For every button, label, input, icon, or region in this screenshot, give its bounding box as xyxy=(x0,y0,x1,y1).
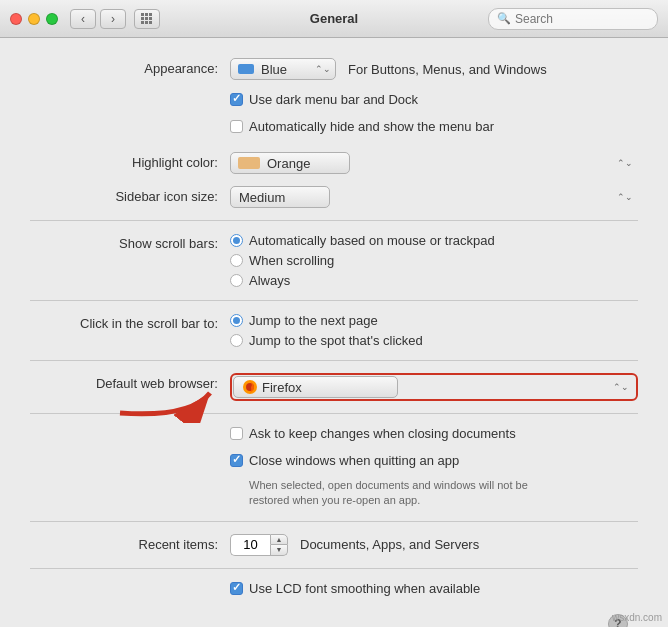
scroll-bars-row: Show scroll bars: Automatically based on… xyxy=(30,233,638,288)
lcd-checkbox-row: Use LCD font smoothing when available xyxy=(230,581,638,596)
browser-select-wrapper[interactable]: Firefox Safari Chrome xyxy=(230,373,638,401)
svg-rect-4 xyxy=(145,17,148,20)
scroll-scrolling-label: When scrolling xyxy=(249,253,334,268)
click-scroll-controls: Jump to the next page Jump to the spot t… xyxy=(230,313,638,348)
scroll-auto-row: Automatically based on mouse or trackpad xyxy=(230,233,638,248)
appearance-control-row: Blue Graphite For Buttons, Menus, and Wi… xyxy=(230,58,638,80)
close-windows-label: Close windows when quitting an app xyxy=(249,453,459,468)
click-next-page-label: Jump to the next page xyxy=(249,313,378,328)
sidebar-icon-select-wrapper[interactable]: Small Medium Large xyxy=(230,186,638,208)
scroll-bars-controls: Automatically based on mouse or trackpad… xyxy=(230,233,638,288)
browser-controls: Firefox Safari Chrome xyxy=(230,373,638,401)
close-windows-checkbox-row: Close windows when quitting an app xyxy=(230,453,638,468)
traffic-lights xyxy=(10,13,58,25)
close-windows-info: When selected, open documents and window… xyxy=(249,478,569,509)
grid-button[interactable] xyxy=(134,9,160,29)
click-next-page-row: Jump to the next page xyxy=(230,313,638,328)
nav-buttons: ‹ › xyxy=(70,9,126,29)
appearance-controls: Blue Graphite For Buttons, Menus, and Wi… xyxy=(230,58,638,80)
main-content: Appearance: Blue Graphite For Buttons, M… xyxy=(0,38,668,627)
stepper-up-button[interactable]: ▲ xyxy=(270,534,288,545)
browser-select[interactable]: Firefox Safari Chrome xyxy=(233,376,398,398)
click-scroll-radio-group: Jump to the next page Jump to the spot t… xyxy=(230,313,638,348)
ask-keep-checkbox[interactable] xyxy=(230,427,243,440)
red-arrow xyxy=(110,363,220,426)
scroll-bars-radio-group: Automatically based on mouse or trackpad… xyxy=(230,233,638,288)
recent-items-label: Recent items: xyxy=(30,534,230,552)
svg-rect-3 xyxy=(141,17,144,20)
click-spot-row: Jump to the spot that's clicked xyxy=(230,333,638,348)
svg-rect-1 xyxy=(145,13,148,16)
ask-keep-label: Ask to keep changes when closing documen… xyxy=(249,426,516,441)
auto-hide-label: Automatically hide and show the menu bar xyxy=(249,119,494,134)
titlebar: ‹ › General 🔍 xyxy=(0,0,668,38)
maximize-button[interactable] xyxy=(46,13,58,25)
browser-row: Default web browser: xyxy=(30,373,638,401)
recent-items-stepper[interactable]: ▲ ▼ xyxy=(230,534,288,556)
sidebar-icon-controls: Small Medium Large xyxy=(230,186,638,208)
forward-button[interactable]: › xyxy=(100,9,126,29)
close-windows-row: Close windows when quitting an app When … xyxy=(30,453,638,509)
scroll-always-radio[interactable] xyxy=(230,274,243,287)
appearance-row: Appearance: Blue Graphite For Buttons, M… xyxy=(30,58,638,80)
click-scroll-label: Click in the scroll bar to: xyxy=(30,313,230,331)
scroll-bars-label: Show scroll bars: xyxy=(30,233,230,251)
lcd-label: Use LCD font smoothing when available xyxy=(249,581,480,596)
recent-items-controls: ▲ ▼ Documents, Apps, and Servers xyxy=(230,534,638,556)
sidebar-icon-label: Sidebar icon size: xyxy=(30,186,230,204)
dark-menu-label: Use dark menu bar and Dock xyxy=(249,92,418,107)
appearance-select[interactable]: Blue Graphite xyxy=(230,58,336,80)
recent-items-control-row: ▲ ▼ Documents, Apps, and Servers xyxy=(230,534,638,556)
appearance-description: For Buttons, Menus, and Windows xyxy=(348,62,547,77)
search-input[interactable] xyxy=(515,12,649,26)
highlight-color-label: Highlight color: xyxy=(30,152,230,170)
separator-3 xyxy=(30,360,638,361)
dark-menu-checkbox-row: Use dark menu bar and Dock xyxy=(230,92,638,107)
scroll-auto-label: Automatically based on mouse or trackpad xyxy=(249,233,495,248)
stepper-down-button[interactable]: ▼ xyxy=(270,545,288,556)
svg-rect-2 xyxy=(149,13,152,16)
scroll-always-row: Always xyxy=(230,273,638,288)
highlight-select-wrapper[interactable]: Orange Blue Purple Red Green xyxy=(230,152,638,174)
appearance-select-wrapper[interactable]: Blue Graphite xyxy=(230,58,336,80)
highlight-color-select[interactable]: Orange Blue Purple Red Green xyxy=(230,152,350,174)
recent-items-input[interactable] xyxy=(230,534,270,556)
click-spot-radio[interactable] xyxy=(230,334,243,347)
auto-hide-checkbox-row: Automatically hide and show the menu bar xyxy=(230,119,638,134)
svg-rect-0 xyxy=(141,13,144,16)
separator-5 xyxy=(30,521,638,522)
watermark: wsxdn.com xyxy=(612,612,662,623)
click-spot-label: Jump to the spot that's clicked xyxy=(249,333,423,348)
minimize-button[interactable] xyxy=(28,13,40,25)
dark-menu-checkbox[interactable] xyxy=(230,93,243,106)
stepper-buttons: ▲ ▼ xyxy=(270,534,288,556)
scroll-auto-radio[interactable] xyxy=(230,234,243,247)
ask-keep-checkbox-row: Ask to keep changes when closing documen… xyxy=(230,426,638,441)
back-button[interactable]: ‹ xyxy=(70,9,96,29)
recent-items-description: Documents, Apps, and Servers xyxy=(300,537,479,552)
auto-hide-checkbox[interactable] xyxy=(230,120,243,133)
appearance-label: Appearance: xyxy=(30,58,230,76)
ask-keep-row: Ask to keep changes when closing documen… xyxy=(30,426,638,447)
sidebar-icon-row: Sidebar icon size: Small Medium Large xyxy=(30,186,638,208)
click-scroll-row: Click in the scroll bar to: Jump to the … xyxy=(30,313,638,348)
svg-rect-5 xyxy=(149,17,152,20)
search-icon: 🔍 xyxy=(497,12,511,25)
auto-hide-row: Automatically hide and show the menu bar xyxy=(30,119,638,140)
scroll-scrolling-radio[interactable] xyxy=(230,254,243,267)
dark-menu-row: Use dark menu bar and Dock xyxy=(30,92,638,113)
scroll-scrolling-row: When scrolling xyxy=(230,253,638,268)
separator-6 xyxy=(30,568,638,569)
sidebar-icon-select[interactable]: Small Medium Large xyxy=(230,186,330,208)
highlight-color-row: Highlight color: Orange Blue Purple Red … xyxy=(30,152,638,174)
lcd-checkbox[interactable] xyxy=(230,582,243,595)
scroll-always-label: Always xyxy=(249,273,290,288)
search-bar[interactable]: 🔍 xyxy=(488,8,658,30)
close-button[interactable] xyxy=(10,13,22,25)
recent-items-row: Recent items: ▲ ▼ Documents, Apps, and S… xyxy=(30,534,638,556)
svg-rect-6 xyxy=(141,21,144,24)
lcd-row: Use LCD font smoothing when available xyxy=(30,581,638,602)
close-windows-checkbox[interactable] xyxy=(230,454,243,467)
click-next-page-radio[interactable] xyxy=(230,314,243,327)
highlight-color-controls: Orange Blue Purple Red Green xyxy=(230,152,638,174)
